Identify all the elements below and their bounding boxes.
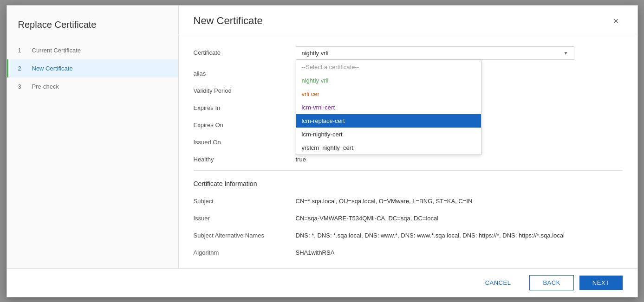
back-button[interactable]: BACK xyxy=(529,275,573,290)
modal-overlay: Replace Certificate 1 Current Certificat… xyxy=(0,0,644,302)
sidebar-item-label-precheck: Pre-check xyxy=(32,83,59,90)
next-button[interactable]: NEXT xyxy=(579,276,623,290)
step-1-number: 1 xyxy=(18,47,27,54)
san-row: Subject Alternative Names DNS: *, DNS: *… xyxy=(194,229,623,239)
certificate-dropdown-menu: --Select a certificate-- nightly vrli vr… xyxy=(296,60,481,155)
dropdown-option-placeholder[interactable]: --Select a certificate-- xyxy=(296,60,481,74)
sidebar-item-label-new: New Certificate xyxy=(32,65,73,72)
cert-info-heading: Certificate Information xyxy=(194,180,623,187)
algorithm-row: Algorithm SHA1withRSA xyxy=(194,246,623,256)
step-2-number: 2 xyxy=(18,65,27,72)
subject-value: CN=*.sqa.local, OU=sqa.local, O=VMware, … xyxy=(296,195,623,205)
dropdown-option-nightly-vrli[interactable]: nightly vrli xyxy=(296,74,481,87)
san-label: Subject Alternative Names xyxy=(194,229,296,239)
main-content: New Certificate × Certificate nightly vr… xyxy=(179,6,637,268)
certificate-label: Certificate xyxy=(194,46,296,56)
chevron-down-icon: ▼ xyxy=(564,51,568,56)
issuer-label: Issuer xyxy=(194,212,296,222)
expires-on-label: Expires On xyxy=(194,119,296,129)
dropdown-option-lcm-vrni-cert[interactable]: lcm-vrni-cert xyxy=(296,101,481,114)
cancel-button[interactable]: CANCEL xyxy=(472,276,524,290)
certificate-dropdown-container: nightly vrli ▼ --Select a certificate-- … xyxy=(296,46,623,60)
dropdown-option-lcm-nightly-cert[interactable]: lcm-nightly-cert xyxy=(296,128,481,141)
main-scroll: Certificate nightly vrli ▼ --Select a ce… xyxy=(179,35,637,268)
dropdown-selected-value: nightly vrli xyxy=(302,50,329,57)
issuer-value: CN=sqa-VMWARE-T534QMll-CA, DC=sqa, DC=lo… xyxy=(296,212,623,222)
sidebar-item-new-certificate[interactable]: 2 New Certificate xyxy=(7,59,178,77)
san-value: DNS: *, DNS: *.sqa.local, DNS: www.*, DN… xyxy=(296,229,623,239)
modal-body: Replace Certificate 1 Current Certificat… xyxy=(7,6,637,268)
close-button[interactable]: × xyxy=(610,14,623,28)
step-3-number: 3 xyxy=(18,83,27,90)
modal: Replace Certificate 1 Current Certificat… xyxy=(7,5,638,297)
healthy-label: Healthy xyxy=(194,153,296,163)
footer: CANCEL BACK NEXT xyxy=(7,268,637,297)
subject-label: Subject xyxy=(194,195,296,205)
subject-row: Subject CN=*.sqa.local, OU=sqa.local, O=… xyxy=(194,195,623,205)
main-header: New Certificate × xyxy=(179,6,637,35)
main-title: New Certificate xyxy=(194,15,263,27)
dropdown-option-vrli-cer[interactable]: vrli cer xyxy=(296,87,481,101)
alias-label: alias xyxy=(194,67,296,77)
sidebar-item-current-certificate[interactable]: 1 Current Certificate xyxy=(7,41,178,59)
issuer-row: Issuer CN=sqa-VMWARE-T534QMll-CA, DC=sqa… xyxy=(194,212,623,222)
dropdown-option-vrslcm-nightly-cert[interactable]: vrslcm_nightly_cert xyxy=(296,141,481,154)
sidebar-item-label-current: Current Certificate xyxy=(32,47,81,54)
dropdown-option-lcm-replace-cert[interactable]: lcm-replace-cert xyxy=(296,114,481,128)
sidebar-title: Replace Certificate xyxy=(7,15,178,41)
expires-in-label: Expires In xyxy=(194,102,296,111)
algorithm-value: SHA1withRSA xyxy=(296,246,623,256)
issued-on-label: Issued On xyxy=(194,136,296,146)
algorithm-label: Algorithm xyxy=(194,246,296,256)
sidebar: Replace Certificate 1 Current Certificat… xyxy=(7,6,179,268)
divider xyxy=(194,170,623,171)
certificate-dropdown-selected[interactable]: nightly vrli ▼ xyxy=(296,46,574,60)
sidebar-item-precheck[interactable]: 3 Pre-check xyxy=(7,77,178,96)
validity-period-label: Validity Period xyxy=(194,84,296,94)
certificate-row: Certificate nightly vrli ▼ --Select a ce… xyxy=(194,46,623,60)
